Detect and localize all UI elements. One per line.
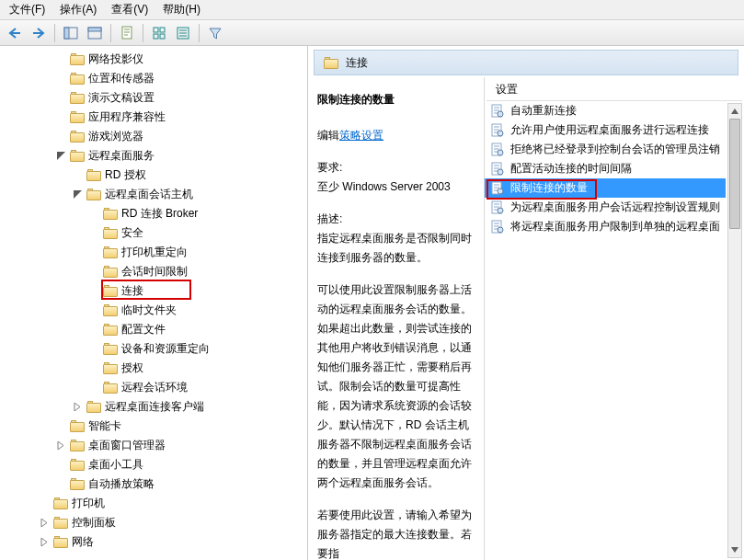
- expand-toggle-icon[interactable]: [72, 402, 83, 413]
- policy-item-icon: [490, 200, 505, 215]
- expand-toggle-icon[interactable]: [55, 151, 66, 162]
- scroll-down-button[interactable]: [728, 543, 741, 557]
- menu-view[interactable]: 查看(V): [104, 0, 155, 19]
- toolbar-separator: [54, 24, 55, 42]
- folder-icon: [86, 169, 101, 181]
- tree-item[interactable]: 自动播放策略: [6, 474, 307, 494]
- tree-item[interactable]: 智能卡: [6, 417, 307, 436]
- tree-item[interactable]: 游戏浏览器: [6, 127, 307, 146]
- show-detail-button[interactable]: [84, 23, 106, 43]
- scroll-thumb[interactable]: [729, 119, 740, 229]
- back-button[interactable]: [4, 23, 26, 43]
- folder-icon: [86, 401, 101, 413]
- tree-item[interactable]: 临时文件夹: [6, 301, 307, 320]
- folder-icon: [103, 266, 118, 278]
- filter-button[interactable]: [204, 23, 226, 43]
- tree-item[interactable]: 连接: [6, 281, 307, 301]
- folder-icon: [103, 324, 118, 336]
- tree-item[interactable]: 桌面小工具: [6, 455, 307, 474]
- toolbar-separator: [143, 24, 143, 42]
- tree-item[interactable]: 远程会话环境: [6, 378, 307, 397]
- refresh-button[interactable]: [148, 23, 170, 43]
- folder-icon: [53, 517, 68, 529]
- menu-help[interactable]: 帮助(H): [155, 0, 208, 19]
- settings-row[interactable]: 为远程桌面服务用户会话远程控制设置规则: [485, 198, 726, 217]
- tree-item[interactable]: 打印机重定向: [6, 243, 307, 262]
- policy-item-icon: [490, 181, 505, 196]
- folder-icon: [53, 536, 68, 548]
- tree-item[interactable]: 安全: [6, 223, 307, 243]
- edit-policy-link[interactable]: 策略设置: [339, 129, 383, 142]
- tree-item-label: 桌面小工具: [88, 457, 143, 473]
- svg-rect-5: [154, 28, 158, 32]
- settings-row[interactable]: 拒绝将已经登录到控制台会话的管理员注销: [485, 140, 726, 159]
- expand-toggle-icon[interactable]: [72, 189, 83, 200]
- tree-item[interactable]: 桌面窗口管理器: [6, 436, 307, 455]
- tree-item-label: 远程桌面服务: [88, 148, 155, 164]
- folder-icon: [70, 440, 85, 451]
- svg-point-11: [498, 111, 503, 117]
- tree-item[interactable]: 会话时间限制: [6, 262, 307, 281]
- vertical-scrollbar[interactable]: [727, 103, 742, 558]
- show-hide-tree-button[interactable]: [60, 23, 82, 43]
- tree-item-label: 控制面板: [72, 515, 116, 531]
- tree-item[interactable]: 打印机: [6, 494, 307, 513]
- svg-point-13: [498, 131, 503, 136]
- settings-row-label: 限制连接的数量: [510, 180, 588, 196]
- export-button[interactable]: [116, 23, 138, 43]
- settings-column: 设置 自动重新连接允许用户使用远程桌面服务进行远程连接拒绝将已经登录到控制台会话…: [485, 77, 744, 560]
- tree-item[interactable]: 演示文稿设置: [6, 88, 307, 108]
- settings-row[interactable]: 配置活动连接的时间间隔: [485, 159, 726, 178]
- tree-item[interactable]: RD 连接 Broker: [6, 204, 307, 223]
- settings-column-header[interactable]: 设置: [486, 79, 742, 101]
- tree-pane[interactable]: 网络投影仪位置和传感器演示文稿设置应用程序兼容性游戏浏览器远程桌面服务RD 授权…: [0, 46, 308, 560]
- folder-icon: [70, 478, 85, 490]
- folder-icon: [103, 208, 118, 220]
- settings-row[interactable]: 自动重新连接: [485, 101, 726, 120]
- tree-item-label: 网络: [72, 534, 94, 550]
- arrow-right-icon: [31, 27, 46, 40]
- menu-file[interactable]: 文件(F): [2, 0, 52, 19]
- tree-item[interactable]: 配置文件: [6, 320, 307, 339]
- settings-row[interactable]: 限制连接的数量: [485, 178, 726, 198]
- svg-rect-8: [160, 34, 165, 39]
- desc-p2: 可以使用此设置限制服务器上活动的远程桌面服务会话的数量。如果超出此数量，则尝试连…: [317, 280, 476, 493]
- tree-item[interactable]: 位置和传感器: [6, 69, 307, 88]
- tree-item[interactable]: 应用程序兼容性: [6, 108, 307, 127]
- folder-icon: [53, 497, 68, 509]
- folder-icon: [324, 57, 338, 69]
- menu-bar: 文件(F) 操作(A) 查看(V) 帮助(H): [0, 0, 744, 20]
- menu-action[interactable]: 操作(A): [52, 0, 104, 19]
- forward-button[interactable]: [28, 23, 50, 43]
- expand-toggle-icon[interactable]: [55, 440, 66, 451]
- settings-row-label: 为远程桌面服务用户会话远程控制设置规则: [510, 200, 720, 215]
- detail-pane: 连接 限制连接的数量 编辑策略设置 要求: 至少 Windows Server …: [308, 46, 744, 560]
- scroll-up-button[interactable]: [728, 104, 741, 119]
- expand-toggle-icon[interactable]: [39, 518, 50, 529]
- tree-item[interactable]: 远程桌面连接客户端: [6, 397, 307, 417]
- folder-icon: [103, 362, 118, 374]
- settings-row[interactable]: 将远程桌面服务用户限制到单独的远程桌面: [485, 217, 726, 236]
- tree-item[interactable]: 远程桌面服务: [6, 146, 307, 166]
- expand-toggle-icon[interactable]: [39, 537, 50, 548]
- tree-item-label: 设备和资源重定向: [121, 341, 210, 357]
- svg-point-23: [498, 227, 503, 233]
- tree-item[interactable]: 网络: [6, 532, 307, 552]
- folder-icon: [70, 131, 85, 143]
- desc-label: 描述:: [317, 210, 476, 229]
- tree-item-label: 打印机: [72, 496, 105, 511]
- policy-title: 限制连接的数量: [317, 90, 476, 109]
- settings-row[interactable]: 允许用户使用远程桌面服务进行远程连接: [485, 120, 726, 140]
- filter-options-button[interactable]: [172, 23, 194, 43]
- tree-item[interactable]: 控制面板: [6, 513, 307, 532]
- policy-item-icon: [490, 162, 505, 177]
- tree-item[interactable]: 设备和资源重定向: [6, 339, 307, 359]
- tree-item-label: 智能卡: [88, 418, 121, 434]
- folder-icon: [86, 189, 101, 200]
- tree-item[interactable]: 网络投影仪: [6, 50, 307, 69]
- tree-item-label: 授权: [121, 360, 143, 376]
- tree-item[interactable]: RD 授权: [6, 166, 307, 185]
- settings-row-label: 将远程桌面服务用户限制到单独的远程桌面: [510, 219, 720, 234]
- tree-item[interactable]: 远程桌面会话主机: [6, 185, 307, 204]
- tree-item[interactable]: 授权: [6, 359, 307, 378]
